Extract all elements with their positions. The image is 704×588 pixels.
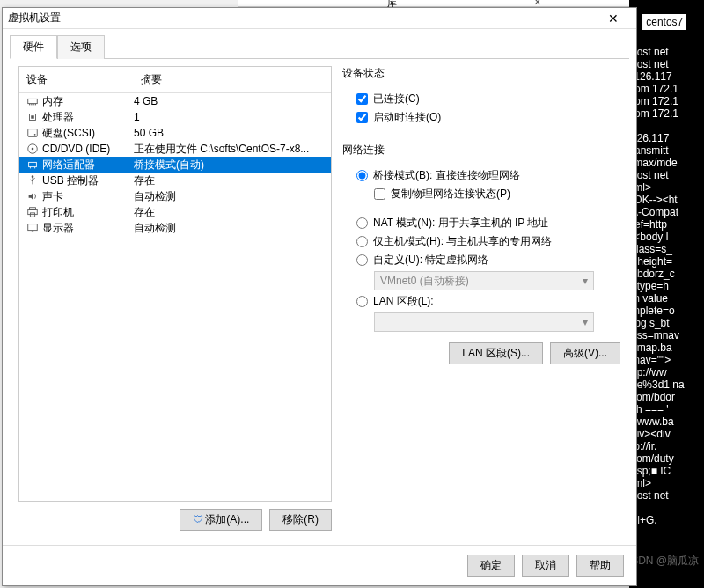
dialog-title: 虚拟机设置	[8, 11, 596, 26]
display-icon	[25, 222, 40, 234]
device-summary: 自动检测	[134, 189, 331, 204]
svg-rect-20	[28, 209, 38, 214]
device-row-disk[interactable]: 硬盘(SCSI)50 GB	[19, 125, 331, 141]
device-status-group: 设备状态 已连接(C) 启动时连接(O)	[342, 66, 620, 130]
device-summary: 存在	[134, 173, 331, 188]
hostonly-radio[interactable]: 仅主机模式(H): 与主机共享的专用网络	[356, 234, 620, 249]
dialog-titlebar: 虚拟机设置 ✕	[3, 8, 636, 29]
tab-options[interactable]: 选项	[57, 35, 105, 59]
nat-radio[interactable]: NAT 模式(N): 用于共享主机的 IP 地址	[356, 216, 620, 231]
device-summary: 正在使用文件 C:\softs\CentOS-7-x8...	[134, 142, 331, 157]
help-button[interactable]: 帮助	[576, 555, 624, 577]
replicate-checkbox[interactable]: 复制物理网络连接状态(P)	[374, 187, 620, 202]
disk-icon	[25, 127, 40, 139]
chevron-down-icon: ▾	[583, 275, 588, 287]
connected-checkbox[interactable]: 已连接(C)	[356, 92, 620, 107]
usb-icon	[25, 174, 40, 187]
remove-button[interactable]: 移除(R)	[269, 509, 332, 531]
device-summary: 50 GB	[134, 127, 331, 139]
bridged-radio[interactable]: 桥接模式(B): 直接连接物理网络	[356, 168, 620, 183]
shield-icon: 🛡	[193, 513, 203, 526]
vm-settings-dialog: 虚拟机设置 ✕ 硬件 选项 设备 摘要 内存4 GB处理器1硬盘(SCSI)50…	[2, 7, 637, 586]
device-detail-pane: 设备状态 已连接(C) 启动时连接(O) 网络连接 桥接模式(B): 直接连接物…	[342, 59, 620, 538]
terminal-background: centos7 host net host net .126.117 rom 1…	[629, 0, 704, 588]
svg-point-9	[34, 134, 36, 136]
lan-segments-button[interactable]: LAN 区段(S)...	[449, 342, 543, 364]
ok-button[interactable]: 确定	[467, 555, 515, 577]
device-table-header: 设备 摘要	[19, 67, 331, 93]
svg-rect-8	[28, 129, 38, 137]
svg-rect-22	[28, 224, 38, 231]
device-summary: 1	[134, 111, 331, 123]
device-name: 显示器	[40, 221, 134, 236]
dialog-tabs: 硬件 选项	[3, 29, 636, 58]
background-toolbar: 库 ×	[238, 0, 629, 7]
device-name: USB 控制器	[40, 173, 134, 188]
svg-rect-12	[29, 162, 37, 166]
cpu-icon	[25, 111, 40, 123]
advanced-button[interactable]: 高级(V)...	[550, 342, 620, 364]
add-button[interactable]: 🛡添加(A)...	[180, 509, 262, 531]
svg-rect-7	[31, 115, 34, 119]
device-name: 处理器	[40, 110, 134, 125]
terminal-text: host net host net .126.117 rom 172.1 rom…	[631, 46, 704, 526]
lan-segment-radio[interactable]: LAN 区段(L):	[356, 294, 620, 309]
net-icon	[25, 158, 40, 171]
device-name: 硬盘(SCSI)	[40, 126, 134, 141]
network-connection-group: 网络连接 桥接模式(B): 直接连接物理网络 复制物理网络连接状态(P) NAT…	[342, 143, 620, 370]
device-row-net[interactable]: 网络适配器桥接模式(自动)	[19, 157, 331, 173]
dialog-footer: 确定 取消 帮助	[3, 545, 636, 585]
memory-icon	[25, 95, 40, 107]
header-summary: 摘要	[134, 67, 331, 92]
device-row-cd[interactable]: CD/DVD (IDE)正在使用文件 C:\softs\CentOS-7-x8.…	[19, 141, 331, 157]
chevron-down-icon: ▾	[583, 316, 588, 328]
custom-radio[interactable]: 自定义(U): 特定虚拟网络	[356, 253, 620, 268]
svg-point-11	[32, 148, 34, 151]
device-summary: 存在	[134, 205, 331, 220]
network-connection-title: 网络连接	[342, 143, 620, 158]
device-summary: 桥接模式(自动)	[134, 158, 331, 173]
device-row-usb[interactable]: USB 控制器存在	[19, 173, 331, 188]
terminal-tab[interactable]: centos7	[642, 14, 686, 30]
device-row-sound[interactable]: 声卡自动检测	[19, 188, 331, 204]
device-name: CD/DVD (IDE)	[40, 143, 134, 155]
sound-icon	[25, 190, 40, 202]
device-summary: 4 GB	[134, 95, 331, 107]
device-name: 打印机	[40, 205, 134, 220]
device-row-memory[interactable]: 内存4 GB	[19, 93, 331, 109]
connect-poweron-checkbox[interactable]: 启动时连接(O)	[356, 110, 620, 125]
cancel-button[interactable]: 取消	[522, 555, 569, 577]
device-table: 设备 摘要 内存4 GB处理器1硬盘(SCSI)50 GBCD/DVD (IDE…	[18, 66, 332, 502]
svg-rect-0	[28, 99, 38, 103]
header-device: 设备	[19, 67, 134, 92]
device-row-cpu[interactable]: 处理器1	[19, 109, 331, 125]
device-status-title: 设备状态	[342, 66, 620, 81]
add-button-label: 添加(A)...	[205, 513, 249, 526]
device-name: 内存	[40, 94, 134, 109]
tab-hardware[interactable]: 硬件	[10, 35, 57, 59]
device-name: 网络适配器	[40, 158, 134, 173]
close-icon[interactable]: ✕	[596, 11, 631, 26]
device-row-printer[interactable]: 打印机存在	[19, 204, 331, 220]
cd-icon	[25, 143, 40, 155]
device-summary: 自动检测	[134, 221, 331, 236]
custom-network-dropdown: VMnet0 (自动桥接) ▾	[374, 271, 594, 290]
lan-segment-dropdown: ▾	[374, 312, 594, 332]
device-list-pane: 设备 摘要 内存4 GB处理器1硬盘(SCSI)50 GBCD/DVD (IDE…	[18, 59, 332, 538]
device-name: 声卡	[40, 189, 134, 204]
watermark: SDN @脑瓜凉	[631, 554, 699, 569]
device-row-display[interactable]: 显示器自动检测	[19, 220, 331, 236]
printer-icon	[25, 206, 40, 218]
